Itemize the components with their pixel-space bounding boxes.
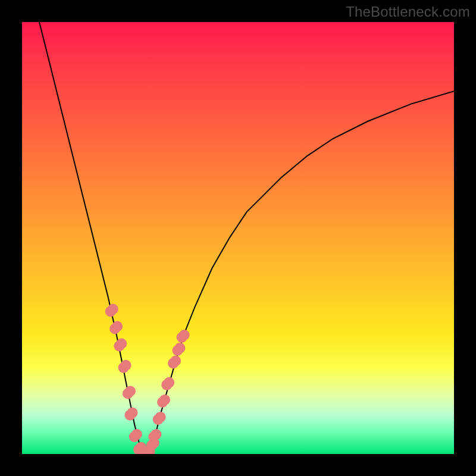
highlight-dots-layer xyxy=(22,22,454,454)
highlight-dot xyxy=(125,386,136,396)
highlight-dot xyxy=(159,394,170,405)
highlight-dot xyxy=(155,412,166,422)
highlight-dot xyxy=(121,360,131,371)
plot-area xyxy=(22,22,454,454)
highlight-dot xyxy=(164,377,174,388)
highlight-dot xyxy=(116,339,127,349)
highlight-dot xyxy=(108,303,118,314)
highlight-dots-group xyxy=(105,303,190,454)
highlight-dot xyxy=(112,321,123,332)
watermark-text: TheBottleneck.com xyxy=(346,4,470,20)
highlight-dot xyxy=(151,429,161,440)
highlight-dot xyxy=(131,429,142,440)
highlight-dot xyxy=(179,330,190,340)
highlight-dot xyxy=(127,408,138,418)
chart-frame: TheBottleneck.com xyxy=(0,0,476,476)
highlight-dot xyxy=(170,356,181,367)
highlight-dot xyxy=(174,343,185,353)
